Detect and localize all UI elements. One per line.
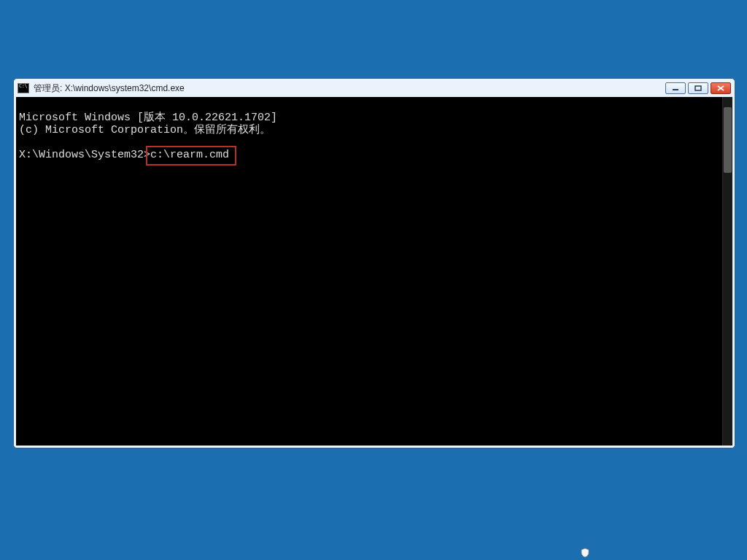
prompt-text: X:\Windows\System32>	[19, 149, 150, 161]
maximize-icon	[694, 85, 702, 91]
window-title: 管理员: X:\windows\system32\cmd.exe	[34, 82, 661, 95]
banner-line-2: (c) Microsoft Corporation。保留所有权利。	[19, 124, 271, 136]
scrollbar-thumb[interactable]	[724, 107, 732, 173]
shield-icon	[580, 548, 590, 558]
minimize-icon	[672, 85, 679, 91]
terminal-text: Microsoft Windows [版本 10.0.22621.1702] (…	[16, 97, 722, 446]
command-text: c:\rearm.cmd	[150, 149, 229, 161]
cmd-window: 管理员: X:\windows\system32\cmd.exe Microso…	[13, 78, 735, 448]
vertical-scrollbar[interactable]	[722, 97, 732, 446]
terminal-area[interactable]: Microsoft Windows [版本 10.0.22621.1702] (…	[16, 97, 732, 446]
maximize-button[interactable]	[688, 82, 708, 94]
svg-rect-0	[673, 89, 678, 90]
minimize-button[interactable]	[665, 82, 686, 94]
titlebar[interactable]: 管理员: X:\windows\system32\cmd.exe	[16, 81, 732, 97]
banner-line-1: Microsoft Windows [版本 10.0.22621.1702]	[19, 112, 277, 124]
close-button[interactable]	[711, 82, 731, 94]
prompt-line: X:\Windows\System32>c:\rearm.cmd	[19, 149, 229, 161]
close-icon	[717, 85, 724, 91]
svg-rect-1	[695, 86, 701, 90]
tray-shield-icon[interactable]	[579, 547, 591, 559]
window-controls	[665, 82, 731, 94]
cmd-icon	[18, 83, 29, 93]
